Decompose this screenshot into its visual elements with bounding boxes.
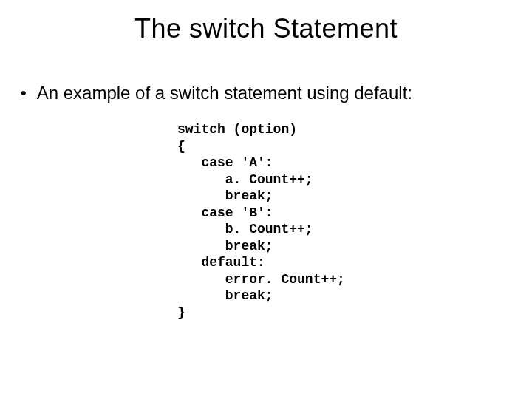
slide-title: The switch Statement [0,0,532,44]
code-example: switch (option) { case 'A': a. Count++; … [177,121,345,321]
slide: The switch Statement • An example of a s… [0,0,532,399]
bullet-dot-icon: • [21,83,27,103]
bullet-text: An example of a switch statement using d… [37,83,412,103]
bullet-item: • An example of a switch statement using… [21,83,511,103]
